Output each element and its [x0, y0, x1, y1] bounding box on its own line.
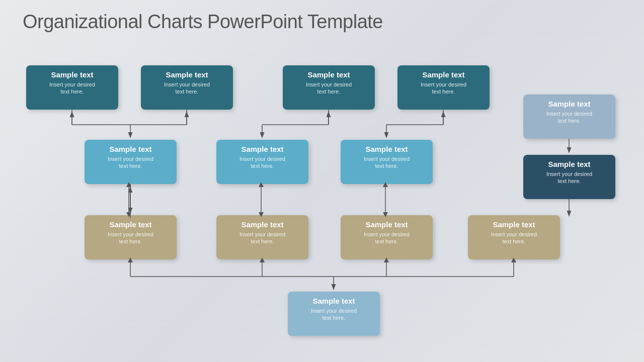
card-r1c4-sub: Insert your desiredtext here.: [405, 81, 482, 96]
card-r1c3[interactable]: Sample text Insert your desiredtext here…: [283, 65, 375, 110]
card-bottom-sub: Insert your desiredtext here.: [295, 307, 373, 322]
card-r2c2[interactable]: Sample text Insert your desiredtext here…: [216, 140, 308, 184]
card-r3c4[interactable]: Sample text Insert your desiredtext here…: [468, 215, 560, 259]
card-r1c2[interactable]: Sample text Insert your desiredtext here…: [141, 65, 233, 110]
card-r3c1-title: Sample text: [92, 220, 170, 229]
card-r3c2-sub: Insert your desiredtext here.: [223, 231, 301, 245]
card-r1c2-title: Sample text: [148, 70, 226, 79]
card-r1c1-title: Sample text: [33, 70, 111, 79]
card-r2c1-sub: Insert your desiredtext here.: [92, 155, 170, 170]
card-r3c3-title: Sample text: [348, 220, 426, 229]
card-r3c4-sub: Insert your desiredtext here.: [475, 231, 553, 245]
card-r2c3-title: Sample text: [348, 145, 426, 153]
card-r2c1-title: Sample text: [92, 145, 170, 153]
card-r2c3-sub: Insert your desiredtext here.: [348, 155, 426, 170]
card-r3c4-title: Sample text: [475, 220, 553, 229]
card-r2c3[interactable]: Sample text Insert your desiredtext here…: [341, 140, 433, 184]
card-r3c2-title: Sample text: [223, 220, 301, 229]
card-right-mid-title: Sample text: [530, 160, 608, 168]
card-right-mid-sub: Insert your desiredtext here.: [530, 170, 608, 185]
card-bottom-title: Sample text: [295, 297, 373, 305]
card-r3c1[interactable]: Sample text Insert your desiredtext here…: [85, 215, 177, 259]
card-bottom[interactable]: Sample text Insert your desiredtext here…: [288, 292, 380, 336]
card-r1c1[interactable]: Sample text Insert your desiredtext here…: [26, 65, 118, 110]
card-right-top[interactable]: Sample text Insert your desiredtext here…: [523, 95, 615, 139]
card-r1c3-sub: Insert your desiredtext here.: [290, 81, 368, 96]
card-r3c3-sub: Insert your desiredtext here.: [348, 231, 426, 245]
card-r1c4[interactable]: Sample text Insert your desiredtext here…: [397, 65, 490, 110]
card-r3c3[interactable]: Sample text Insert your desiredtext here…: [341, 215, 433, 259]
card-r1c1-sub: Insert your desiredtext here.: [33, 81, 111, 96]
card-r3c2[interactable]: Sample text Insert your desiredtext here…: [216, 215, 308, 259]
card-right-mid[interactable]: Sample text Insert your desiredtext here…: [523, 155, 615, 199]
card-r2c2-title: Sample text: [223, 145, 301, 153]
page-title: Organizational Charts PowerPoint Templat…: [23, 11, 383, 33]
card-r1c2-sub: Insert your desiredtext here.: [148, 81, 226, 96]
card-right-top-sub: Insert your desiredtext here.: [530, 110, 608, 125]
card-r2c1[interactable]: Sample text Insert your desiredtext here…: [85, 140, 177, 184]
card-r2c2-sub: Insert your desiredtext here.: [223, 155, 301, 170]
card-r3c1-sub: Insert your desiredtext here.: [92, 231, 170, 245]
card-right-top-title: Sample text: [530, 100, 608, 108]
card-r1c3-title: Sample text: [290, 70, 368, 79]
card-r1c4-title: Sample text: [405, 70, 482, 79]
